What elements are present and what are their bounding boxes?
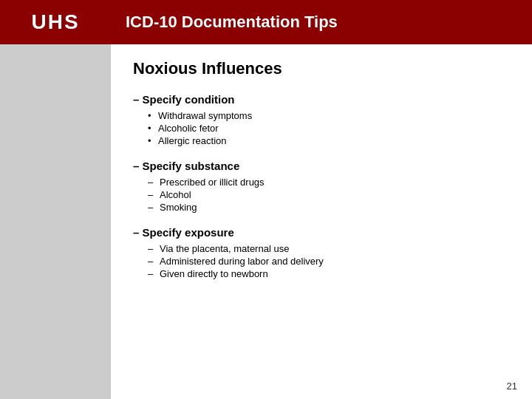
main-content: Noxious Influences – Specify condition W…	[111, 44, 532, 399]
exposure-list: Via the placenta, maternal use Administe…	[133, 243, 510, 279]
title-bar: ICD-10 Documentation Tips	[111, 0, 532, 44]
section-specify-condition: – Specify condition Withdrawal symptoms …	[133, 93, 510, 146]
list-item: Administered during labor and delivery	[148, 256, 510, 267]
section-title-substance: – Specify substance	[133, 160, 510, 172]
page-heading: Noxious Influences	[133, 59, 510, 78]
section-specify-exposure: – Specify exposure Via the placenta, mat…	[133, 226, 510, 279]
section-title-condition: – Specify condition	[133, 93, 510, 106]
list-item: Given directly to newborn	[148, 268, 510, 279]
header: UHS ICD-10 Documentation Tips	[0, 0, 532, 44]
content-wrapper: Noxious Influences – Specify condition W…	[0, 44, 532, 399]
section-title-exposure: – Specify exposure	[133, 226, 510, 239]
list-item: Prescribed or illicit drugs	[148, 177, 510, 188]
substance-list: Prescribed or illicit drugs Alcohol Smok…	[133, 177, 510, 213]
list-item: Smoking	[148, 202, 510, 213]
list-item: Alcoholic fetor	[148, 123, 510, 134]
page-number: 21	[507, 381, 517, 392]
list-item: Withdrawal symptoms	[148, 110, 510, 121]
logo: UHS	[31, 10, 79, 34]
page-title: ICD-10 Documentation Tips	[126, 13, 338, 32]
section-label-exposure: – Specify exposure	[133, 226, 234, 239]
left-sidebar	[0, 44, 111, 399]
section-label-substance: – Specify substance	[133, 160, 239, 172]
logo-box: UHS	[0, 0, 111, 44]
section-specify-substance: – Specify substance Prescribed or illici…	[133, 160, 510, 213]
condition-list: Withdrawal symptoms Alcoholic fetor Alle…	[133, 110, 510, 146]
list-item: Via the placenta, maternal use	[148, 243, 510, 254]
section-label-condition: – Specify condition	[133, 93, 235, 106]
list-item: Alcohol	[148, 189, 510, 200]
list-item: Allergic reaction	[148, 135, 510, 146]
